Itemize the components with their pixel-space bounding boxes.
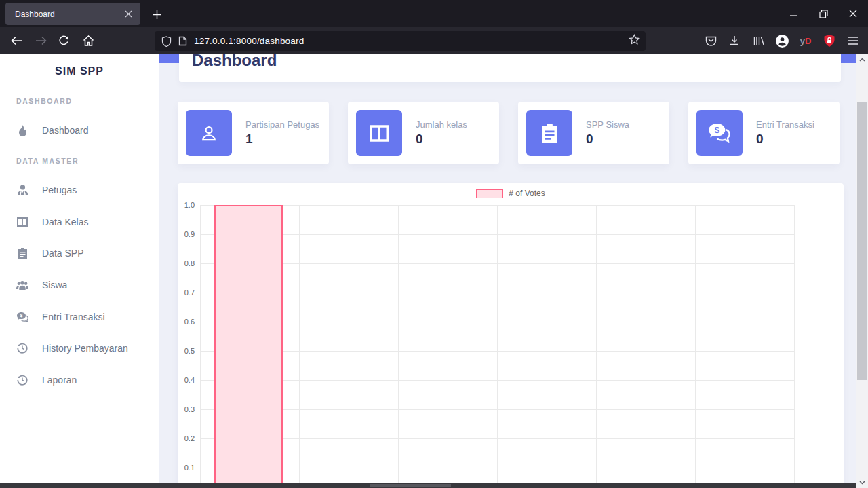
legend-label: # of Votes [509,189,545,198]
y-axis-tick: 0.9 [178,230,195,238]
vertical-scrollbar-thumb[interactable] [857,102,867,380]
tab-title: Dashboard [15,10,121,19]
stat-value: 0 [586,132,666,147]
close-button[interactable] [838,0,868,27]
comments-dollar-icon: $ [709,124,730,143]
library-icon[interactable] [750,33,766,49]
minimize-button[interactable] [778,0,808,27]
sidebar-item-label: Laporan [42,375,77,386]
y-axis-tick: 0.1 [178,464,195,472]
stat-label: Jumlah kelas [416,119,496,130]
new-tab-button[interactable] [148,5,165,23]
sidebar-item-label: Petugas [42,185,77,195]
forward-button[interactable] [30,30,52,52]
bar-chart-plot-area: 1.00.90.80.70.60.50.40.30.20.1 [200,205,794,488]
sidebar-item-dashboard[interactable]: Dashboard [0,119,159,141]
gridline-vertical [596,205,597,488]
page-header: Dashboard [179,54,841,82]
tab-close-icon[interactable] [121,7,135,21]
y-axis-tick: 1.0 [178,201,195,209]
y-axis-tick: 0.6 [178,318,195,326]
gridline-vertical [200,205,201,488]
y-axis-tick: 0.8 [178,259,195,267]
tracking-shield-icon[interactable] [161,36,172,47]
extension-shield-icon[interactable] [821,33,837,49]
y-axis-tick: 0.5 [178,347,195,355]
url-bar[interactable]: 127.0.0.1:8000/dashboard [155,31,646,51]
stat-label: Partisipan Petugas [245,119,326,130]
table-icon [370,125,389,142]
users-icon [16,279,28,291]
scroll-down-arrow[interactable] [856,477,868,488]
chart-legend[interactable]: # of Votes [178,189,844,198]
sidebar-item-label: Entri Transaksi [42,312,105,322]
app-brand[interactable]: SIM SPP [0,65,159,77]
sidebar-item-label: Dashboard [42,125,89,136]
chart-bar[interactable] [214,205,283,488]
gridline-vertical [497,205,498,488]
menu-hamburger-icon[interactable] [845,33,861,49]
sidebar-item-label: Siswa [42,280,67,290]
stat-card-jumlah-kelas: Jumlah kelas 0 [348,102,499,164]
gridline-vertical [398,205,399,488]
svg-text:$: $ [20,313,22,318]
sidebar-item-label: History Pembayaran [42,343,128,354]
sidebar-item-petugas[interactable]: Petugas [0,179,159,201]
scroll-up-arrow[interactable] [856,54,868,65]
stat-card-entri-transaksi: $ Entri Transaksi 0 [688,102,840,164]
tab-bar: Dashboard [0,0,868,27]
votes-chart-card: # of Votes 1.00.90.80.70.60.50.40.30.20.… [178,183,844,488]
back-button[interactable] [5,30,27,52]
sidebar-item-label: Data SPP [42,248,83,259]
stat-card-partisipan-petugas: Partisipan Petugas 1 [178,102,329,164]
stat-icon-box [526,110,572,156]
downloads-icon[interactable] [726,33,743,49]
extension-yd-icon[interactable]: yD [797,33,814,49]
history-icon [16,342,28,354]
y-axis-tick: 0.4 [178,376,195,384]
reload-button[interactable] [53,30,75,52]
stat-value: 1 [245,132,326,147]
sidebar-item-history-pembayaran[interactable]: History Pembayaran [0,337,159,359]
pocket-icon[interactable] [703,33,719,49]
page-content: SIM SPP DASHBOARD Dashboard DATA MASTER … [0,54,868,488]
stat-icon-box: $ [696,110,743,156]
y-axis-tick: 0.7 [178,288,195,297]
fire-icon [16,124,28,136]
restore-button[interactable] [808,0,838,27]
sidebar-section-dashboard: DASHBOARD [16,97,73,105]
stat-label: SPP Siswa [586,119,666,130]
sidebar-item-laporan[interactable]: Laporan [0,369,159,391]
gridline-vertical [695,205,696,488]
sidebar-item-entri-transaksi[interactable]: $ Entri Transaksi [0,306,159,328]
horizontal-scrollbar-thumb[interactable] [370,484,451,487]
bookmark-star-icon[interactable] [629,34,640,45]
browser-tab[interactable]: Dashboard [5,3,140,25]
y-axis-tick: 0.2 [178,434,195,443]
page-info-icon[interactable] [178,36,187,46]
stat-label: Entri Transaksi [756,119,836,130]
sidebar-item-siswa[interactable]: Siswa [0,274,159,296]
gridline-vertical [794,205,795,488]
horizontal-scrollbar[interactable] [0,483,856,488]
stat-card-spp-siswa: SPP Siswa 0 [518,102,669,164]
url-text[interactable]: 127.0.0.1:8000/dashboard [194,36,304,46]
user-icon [199,123,219,143]
stat-value: 0 [416,132,496,147]
svg-text:$: $ [715,125,720,135]
sidebar-section-data-master: DATA MASTER [16,157,79,165]
clipboard-icon [16,247,28,259]
clipboard-icon [542,124,557,143]
main-content: Dashboard Partisipan Petugas 1 [159,54,856,488]
sidebar-item-label: Data Kelas [42,217,88,227]
table-icon [16,216,28,228]
sidebar-item-data-kelas[interactable]: Data Kelas [0,211,159,233]
sidebar-item-data-spp[interactable]: Data SPP [0,242,159,264]
stat-icon-box [356,110,402,156]
account-icon[interactable] [774,33,790,49]
gridline-vertical [299,205,300,488]
legend-swatch [476,189,503,198]
home-button[interactable] [77,30,99,52]
browser-window: Dashboard [0,0,868,488]
comments-dollar-icon: $ [16,311,28,323]
